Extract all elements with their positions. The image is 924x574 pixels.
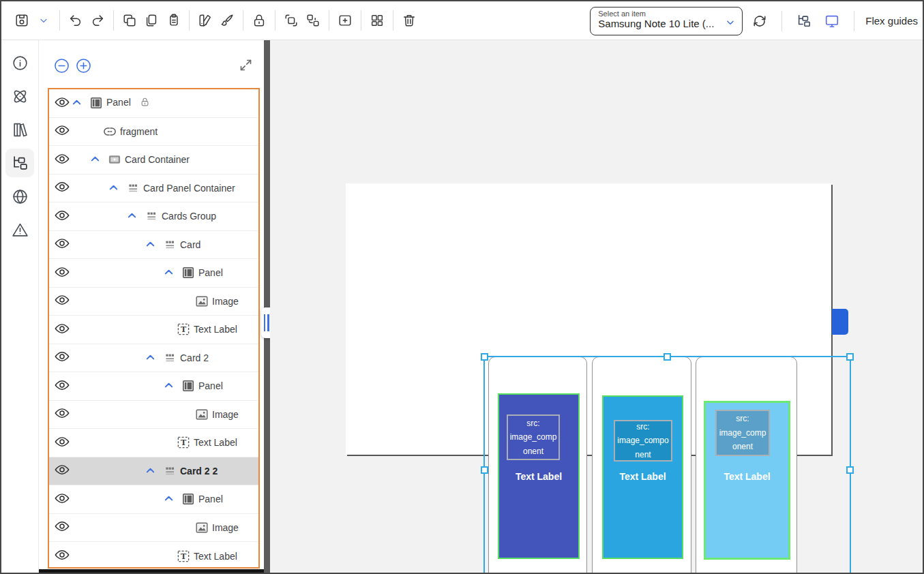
eye-icon[interactable] <box>54 96 70 110</box>
expand-panel-icon[interactable] <box>238 58 253 73</box>
text-icon: T <box>177 550 190 562</box>
tree-row-text-label[interactable]: TText Label <box>49 429 258 457</box>
flex-guides-label[interactable]: Flex guides <box>865 15 919 27</box>
tree-row-card[interactable]: Card <box>49 231 258 260</box>
tree-row-label: Text Label <box>194 437 237 448</box>
sidebar-item-globe[interactable] <box>5 182 34 211</box>
chevron-up-icon[interactable] <box>145 466 155 477</box>
tree-row-card-2[interactable]: Card 2 <box>49 344 258 373</box>
folder-add-icon[interactable] <box>334 10 356 31</box>
zoom-in-icon[interactable] <box>76 58 91 74</box>
image-placeholder-text: src: image_component <box>509 417 557 459</box>
tree-row-image[interactable]: Image <box>49 401 258 429</box>
text-label[interactable]: Text Label <box>603 471 682 482</box>
tree-row-panel[interactable]: Panel <box>49 259 258 288</box>
resize-handle-middle-left[interactable] <box>481 466 488 474</box>
eye-icon[interactable] <box>54 266 70 280</box>
chevron-up-icon[interactable] <box>163 267 174 278</box>
tree-row-card-2-2[interactable]: Card 2 2 <box>49 457 258 486</box>
chevron-up-icon[interactable] <box>126 211 137 222</box>
sidebar-item-info[interactable] <box>5 48 34 77</box>
tree-row-panel[interactable]: Panel <box>49 372 258 401</box>
card-3[interactable]: src: image_componentText Label <box>696 357 797 573</box>
tree-row-text-label[interactable]: TText Label <box>49 542 258 569</box>
resize-handle-top-left[interactable] <box>481 353 488 361</box>
ungroup-icon[interactable] <box>302 10 324 31</box>
card-1[interactable]: src: image_componentText Label <box>488 357 587 573</box>
sync-icon[interactable] <box>749 10 771 32</box>
eye-icon[interactable] <box>54 436 70 449</box>
caret-down-icon[interactable] <box>33 10 55 31</box>
chevron-up-icon[interactable] <box>89 154 100 165</box>
sidebar-item-library[interactable] <box>5 115 34 144</box>
tree-row-card-container[interactable]: Card Container <box>49 146 258 175</box>
tree-row-cards-group[interactable]: Cards Group <box>49 202 258 231</box>
panel-splitter[interactable] <box>264 40 270 573</box>
design-canvas[interactable]: src: image_componentText Labelsrc: image… <box>270 40 923 573</box>
paste-icon[interactable] <box>162 10 184 31</box>
sidebar-item-components[interactable] <box>5 82 34 110</box>
resize-handle-top-right[interactable] <box>846 353 854 361</box>
eye-icon[interactable] <box>54 492 70 506</box>
eye-icon[interactable] <box>54 464 70 478</box>
eye-icon[interactable] <box>54 379 70 393</box>
zoom-out-icon[interactable] <box>54 58 70 74</box>
lock-icon[interactable] <box>248 10 270 31</box>
layer-tree-icon[interactable] <box>793 10 815 32</box>
image-placeholder[interactable]: src: image_component <box>507 414 560 460</box>
eye-icon[interactable] <box>54 209 70 223</box>
group-node-icon <box>145 210 158 222</box>
eye-icon[interactable] <box>54 322 70 336</box>
duplicate-icon[interactable] <box>140 10 162 31</box>
chevron-up-icon[interactable] <box>108 183 119 194</box>
chevron-up-icon[interactable] <box>163 380 174 391</box>
resize-handle-middle-right[interactable] <box>846 466 854 474</box>
artboard[interactable]: src: image_componentText Labelsrc: image… <box>346 183 831 455</box>
image-placeholder[interactable]: src: image_component <box>614 420 672 462</box>
group-icon[interactable] <box>280 10 302 31</box>
sidebar-item-tree[interactable] <box>5 149 34 177</box>
eye-icon[interactable] <box>54 153 70 166</box>
tree-row-label: Card Container <box>125 154 190 165</box>
tree-row-fragment[interactable]: fragment <box>49 118 258 147</box>
tree-row-panel[interactable]: Panel <box>49 89 258 118</box>
eye-icon[interactable] <box>54 181 70 195</box>
redo-icon[interactable] <box>87 10 108 31</box>
card-panel[interactable]: src: image_componentText Label <box>498 393 580 559</box>
tree-row-image[interactable]: Image <box>49 514 258 543</box>
canvas-side-tab[interactable] <box>832 309 848 335</box>
eye-icon[interactable] <box>54 125 70 138</box>
text-label[interactable]: Text Label <box>706 471 788 482</box>
chevron-up-icon[interactable] <box>145 352 155 363</box>
copy-icon[interactable] <box>119 10 140 31</box>
tree-row-label: Panel <box>106 97 150 110</box>
resize-handle-top-middle[interactable] <box>664 353 671 361</box>
sidebar-item-warning[interactable] <box>5 215 34 244</box>
chevron-up-icon[interactable] <box>145 239 155 250</box>
tree-row-image[interactable]: Image <box>49 288 258 316</box>
eye-icon[interactable] <box>54 351 70 365</box>
card-panel[interactable]: src: image_componentText Label <box>704 401 790 560</box>
chevron-up-icon[interactable] <box>163 494 174 504</box>
device-select[interactable]: Select an item Samsung Note 10 Lite (... <box>590 7 743 35</box>
eye-icon[interactable] <box>54 238 70 252</box>
tree-row-panel[interactable]: Panel <box>49 485 258 514</box>
save-icon[interactable] <box>11 10 33 31</box>
preview-monitor-icon[interactable] <box>821 10 843 32</box>
trash-icon[interactable] <box>398 10 420 31</box>
tree-row-text-label[interactable]: TText Label <box>49 316 258 344</box>
chevron-up-icon[interactable] <box>71 97 82 108</box>
undo-icon[interactable] <box>65 10 87 31</box>
eye-icon[interactable] <box>54 521 70 534</box>
image-placeholder[interactable]: src: image_component <box>715 410 770 456</box>
tree-row-card-panel-container[interactable]: Card Panel Container <box>49 175 258 203</box>
layout-icon[interactable] <box>366 10 388 31</box>
card-2[interactable]: src: image_componentText Label <box>592 357 691 573</box>
card-panel[interactable]: src: image_componentText Label <box>602 395 683 559</box>
eye-icon[interactable] <box>54 549 70 563</box>
eye-icon[interactable] <box>54 294 70 308</box>
eye-icon[interactable] <box>54 408 70 421</box>
text-label[interactable]: Text Label <box>499 471 578 482</box>
palette-icon[interactable] <box>194 10 216 31</box>
brush-icon[interactable] <box>216 10 238 31</box>
